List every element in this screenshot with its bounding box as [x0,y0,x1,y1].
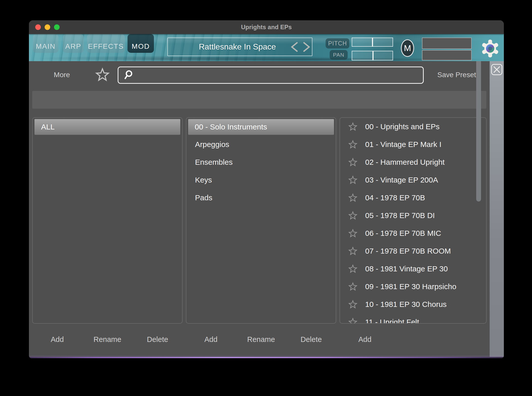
titlebar: Uprights and EPs [29,20,504,34]
category-label: Ensembles [195,158,233,167]
pitch-slider-handle[interactable] [372,38,373,47]
magnifier-icon [123,69,134,81]
bank-rename-button[interactable]: Rename [82,333,133,346]
bank-add-button[interactable]: Add [32,333,82,346]
category-list-item[interactable]: Pads [186,189,336,207]
preset-label: 07 - 1978 EP 70B ROOM [365,247,451,255]
category-label: Keys [195,176,212,184]
preset-list-item[interactable]: 04 - 1978 EP 70B [340,189,486,207]
category-rename-button[interactable]: Rename [236,333,286,346]
search-input[interactable] [137,71,423,79]
category-list-item[interactable]: Arpeggios [186,136,336,153]
preset-prev-next[interactable] [289,41,312,53]
preset-list-item[interactable]: 03 - Vintage EP 200A [340,171,486,189]
bank-label: ALL [41,123,55,131]
preset-list-item[interactable]: 08 - 1981 Vintage EP 30 [340,260,486,278]
preset-label: 08 - 1981 Vintage EP 30 [365,265,448,273]
categories-footer-actions: Add Rename Delete [186,333,336,346]
preset-star-icon[interactable] [348,211,358,220]
preset-star-icon[interactable] [348,175,358,185]
preset-label: 05 - 1978 EP 70B DI [365,211,435,220]
mono-button[interactable]: M [401,39,414,57]
category-delete-button[interactable]: Delete [286,333,336,346]
preset-label: 04 - 1978 EP 70B [365,193,425,202]
preset-label: 02 - Hammered Upright [365,158,445,167]
category-label: Arpeggios [195,140,229,149]
pitch-slider[interactable] [352,38,393,47]
preset-list-item[interactable]: 02 - Hammered Upright [340,153,486,171]
tab-mod[interactable]: MOD [128,34,154,53]
close-browser-button[interactable] [491,64,502,75]
preset-star-icon[interactable] [348,282,358,291]
preset-star-icon[interactable] [348,158,358,167]
bank-delete-button[interactable]: Delete [132,333,183,346]
category-label: 00 - Solo Instruments [195,123,267,131]
preset-star-icon[interactable] [348,193,358,203]
preset-list-item[interactable]: 01 - Vintage EP Mark I [340,136,486,153]
level-meter-right [422,50,472,60]
pan-label: PAN [330,50,348,60]
settings-gear-icon[interactable] [481,40,499,57]
pan-slider[interactable] [352,51,393,60]
preset-label: 00 - Uprights and EPs [365,122,439,131]
preset-star-icon[interactable] [348,246,358,256]
category-list-item[interactable]: 00 - Solo Instruments [188,119,334,135]
chevron-left-icon[interactable] [290,41,311,53]
preset-label: 11 - Upright Felt [365,318,419,324]
pitch-label: PITCH [326,38,349,48]
presets-footer-actions: Add [340,333,390,346]
banks-footer-actions: Add Rename Delete [32,333,183,346]
level-meter-left [422,38,472,49]
preset-list-item[interactable]: 05 - 1978 EP 70B DI [340,207,486,224]
preset-star-icon[interactable] [348,264,358,274]
plugin-window: Uprights and EPs MAIN ARP EFFECTS MOD Ra… [29,20,504,358]
preset-star-icon[interactable] [348,140,358,149]
preset-label: 10 - 1981 EP 30 Chorus [365,300,447,309]
close-x-icon [493,66,501,73]
preset-add-button[interactable]: Add [340,333,390,346]
preset-label: 06 - 1978 EP 70B MIC [365,229,441,238]
preset-list-item[interactable]: 06 - 1978 EP 70B MIC [340,224,486,242]
category-list-item[interactable]: Ensembles [186,153,336,171]
tab-effects[interactable]: EFFECTS [87,34,125,53]
category-add-button[interactable]: Add [186,333,236,346]
preset-list-item[interactable]: 10 - 1981 EP 30 Chorus [340,295,486,313]
preset-label: 09 - 1981 EP 30 Harpsicho [365,282,456,291]
preset-display[interactable]: Rattlesnake In Space [167,38,312,56]
category-label: Pads [195,193,212,202]
breadcrumb-bar [32,91,486,109]
banks-list: ALL [32,117,183,324]
search-box[interactable] [118,67,424,84]
bank-list-item[interactable]: ALL [34,119,180,135]
favorites-star-icon[interactable] [95,67,110,83]
preset-list-item[interactable]: 11 - Upright Felt [340,313,486,324]
plugin-header: MAIN ARP EFFECTS MOD Rattlesnake In Spac… [29,34,504,61]
more-button[interactable]: More [48,71,76,79]
preset-star-icon[interactable] [348,300,358,309]
preset-list-item[interactable]: 00 - Uprights and EPs [340,118,486,136]
preset-star-icon[interactable] [348,122,358,131]
pan-slider-handle[interactable] [373,51,374,60]
preset-star-icon[interactable] [348,318,358,324]
tab-arp[interactable]: ARP [63,34,84,53]
window-title: Uprights and EPs [29,20,504,34]
preset-list-item[interactable]: 07 - 1978 EP 70B ROOM [340,242,486,260]
preset-list-item[interactable]: 09 - 1981 EP 30 Harpsicho [340,278,486,295]
preset-star-icon[interactable] [348,229,358,238]
right-edge-strip [490,61,504,358]
categories-list: 00 - Solo Instruments Arpeggios Ensemble… [186,117,336,324]
tab-main[interactable]: MAIN [33,34,58,53]
save-preset-button[interactable]: Save Preset [433,71,481,79]
presets-list: 00 - Uprights and EPs 01 - Vintage EP Ma… [340,117,487,324]
preset-label: 03 - Vintage EP 200A [365,176,438,184]
preset-label: 01 - Vintage EP Mark I [365,140,441,149]
category-list-item[interactable]: Keys [186,171,336,189]
preset-name: Rattlesnake In Space [168,42,289,52]
